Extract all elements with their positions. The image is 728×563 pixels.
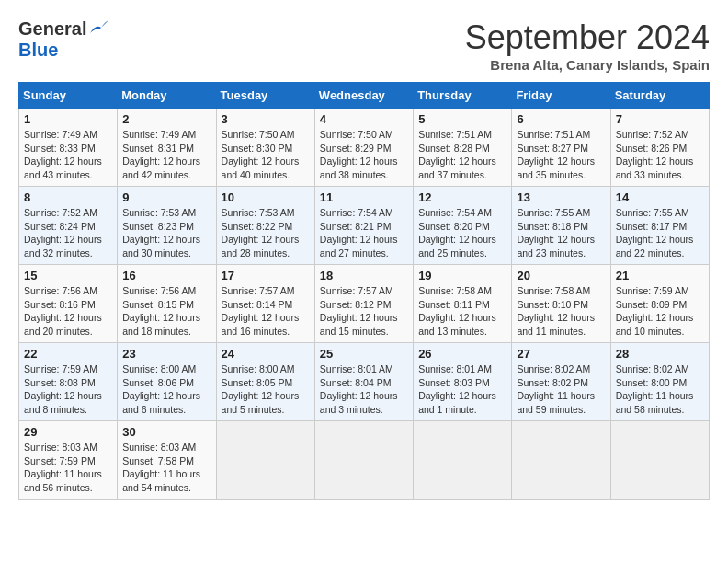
weekday-header-row: SundayMondayTuesdayWednesdayThursdayFrid… [19,83,710,109]
day-info: Sunrise: 7:56 AM Sunset: 8:15 PM Dayligh… [122,284,210,339]
day-number: 7 [616,112,704,126]
day-info: Sunrise: 7:50 AM Sunset: 8:29 PM Dayligh… [320,128,408,182]
calendar-cell: 26Sunrise: 8:01 AM Sunset: 8:03 PM Dayli… [414,343,512,421]
weekday-header-friday: Friday [512,83,610,109]
calendar-cell [512,421,610,500]
day-info: Sunrise: 7:49 AM Sunset: 8:33 PM Dayligh… [24,128,112,182]
day-info: Sunrise: 8:03 AM Sunset: 7:59 PM Dayligh… [24,441,112,495]
day-info: Sunrise: 8:02 AM Sunset: 8:02 PM Dayligh… [517,362,605,417]
day-number: 15 [24,269,112,282]
day-info: Sunrise: 7:54 AM Sunset: 8:21 PM Dayligh… [320,206,408,260]
calendar-cell [414,421,512,500]
day-info: Sunrise: 7:53 AM Sunset: 8:23 PM Dayligh… [122,206,210,260]
calendar-cell: 7Sunrise: 7:52 AM Sunset: 8:26 PM Daylig… [610,109,709,187]
calendar-week-1: 1Sunrise: 7:49 AM Sunset: 8:33 PM Daylig… [19,109,710,187]
day-number: 8 [24,190,112,204]
calendar-cell [216,421,314,500]
logo-blue: Blue [18,40,58,60]
day-number: 17 [222,269,310,282]
calendar-cell: 3Sunrise: 7:50 AM Sunset: 8:30 PM Daylig… [216,109,314,187]
weekday-header-thursday: Thursday [414,83,512,109]
day-number: 11 [320,190,408,204]
calendar-cell: 27Sunrise: 8:02 AM Sunset: 8:02 PM Dayli… [512,343,610,421]
day-info: Sunrise: 7:50 AM Sunset: 8:30 PM Dayligh… [222,128,310,182]
calendar-cell: 23Sunrise: 8:00 AM Sunset: 8:06 PM Dayli… [118,343,216,421]
day-info: Sunrise: 8:01 AM Sunset: 8:04 PM Dayligh… [320,362,408,417]
day-info: Sunrise: 7:54 AM Sunset: 8:20 PM Dayligh… [418,206,506,260]
calendar-cell: 24Sunrise: 8:00 AM Sunset: 8:05 PM Dayli… [216,343,314,421]
day-number: 1 [24,112,112,126]
calendar-cell: 8Sunrise: 7:52 AM Sunset: 8:24 PM Daylig… [19,187,118,265]
day-number: 14 [616,190,704,204]
calendar-cell: 5Sunrise: 7:51 AM Sunset: 8:28 PM Daylig… [414,109,512,187]
month-title: September 2024 [465,18,710,57]
day-number: 23 [122,347,210,361]
calendar-cell [314,421,413,500]
day-info: Sunrise: 7:51 AM Sunset: 8:27 PM Dayligh… [517,128,605,182]
weekday-header-sunday: Sunday [19,83,118,109]
calendar-cell: 6Sunrise: 7:51 AM Sunset: 8:27 PM Daylig… [512,109,610,187]
day-info: Sunrise: 7:55 AM Sunset: 8:18 PM Dayligh… [517,206,605,260]
calendar-cell: 4Sunrise: 7:50 AM Sunset: 8:29 PM Daylig… [314,109,413,187]
calendar-week-2: 8Sunrise: 7:52 AM Sunset: 8:24 PM Daylig… [19,187,710,265]
day-info: Sunrise: 7:52 AM Sunset: 8:24 PM Dayligh… [24,206,112,260]
calendar-table: SundayMondayTuesdayWednesdayThursdayFrid… [18,82,710,500]
day-number: 22 [24,347,112,361]
day-info: Sunrise: 7:57 AM Sunset: 8:14 PM Dayligh… [222,284,310,339]
calendar-cell: 18Sunrise: 7:57 AM Sunset: 8:12 PM Dayli… [314,265,413,343]
logo-general: General [18,18,86,40]
day-number: 27 [517,347,605,361]
calendar-week-3: 15Sunrise: 7:56 AM Sunset: 8:16 PM Dayli… [19,265,710,343]
day-number: 18 [320,269,408,282]
calendar-cell: 1Sunrise: 7:49 AM Sunset: 8:33 PM Daylig… [19,109,118,187]
calendar-cell: 14Sunrise: 7:55 AM Sunset: 8:17 PM Dayli… [610,187,709,265]
day-number: 6 [517,112,605,126]
day-number: 26 [418,347,506,361]
calendar-header: SundayMondayTuesdayWednesdayThursdayFrid… [19,83,710,109]
calendar-cell: 2Sunrise: 7:49 AM Sunset: 8:31 PM Daylig… [118,109,216,187]
weekday-header-saturday: Saturday [610,83,709,109]
location-subtitle: Brena Alta, Canary Islands, Spain [465,57,710,73]
day-number: 20 [517,269,605,282]
day-info: Sunrise: 7:52 AM Sunset: 8:26 PM Dayligh… [616,128,704,182]
day-number: 13 [517,190,605,204]
day-info: Sunrise: 7:55 AM Sunset: 8:17 PM Dayligh… [616,206,704,260]
day-info: Sunrise: 7:56 AM Sunset: 8:16 PM Dayligh… [24,284,112,339]
calendar-cell: 19Sunrise: 7:58 AM Sunset: 8:11 PM Dayli… [414,265,512,343]
calendar-week-4: 22Sunrise: 7:59 AM Sunset: 8:08 PM Dayli… [19,343,710,421]
day-number: 9 [122,190,210,204]
day-number: 28 [616,347,704,361]
day-info: Sunrise: 8:00 AM Sunset: 8:06 PM Dayligh… [122,362,210,417]
day-number: 5 [418,112,506,126]
day-info: Sunrise: 7:59 AM Sunset: 8:08 PM Dayligh… [24,362,112,417]
weekday-header-monday: Monday [118,83,216,109]
calendar-cell: 11Sunrise: 7:54 AM Sunset: 8:21 PM Dayli… [314,187,413,265]
logo: General Blue [18,18,108,61]
day-number: 2 [122,112,210,126]
calendar-cell: 30Sunrise: 8:03 AM Sunset: 7:58 PM Dayli… [118,421,216,500]
day-info: Sunrise: 7:59 AM Sunset: 8:09 PM Dayligh… [616,284,704,339]
calendar-week-5: 29Sunrise: 8:03 AM Sunset: 7:59 PM Dayli… [19,421,710,500]
calendar-cell: 20Sunrise: 7:58 AM Sunset: 8:10 PM Dayli… [512,265,610,343]
day-number: 21 [616,269,704,282]
day-number: 19 [418,269,506,282]
calendar-cell: 21Sunrise: 7:59 AM Sunset: 8:09 PM Dayli… [610,265,709,343]
weekday-header-wednesday: Wednesday [314,83,413,109]
calendar-cell: 15Sunrise: 7:56 AM Sunset: 8:16 PM Dayli… [19,265,118,343]
day-info: Sunrise: 7:58 AM Sunset: 8:10 PM Dayligh… [517,284,605,339]
calendar-cell: 25Sunrise: 8:01 AM Sunset: 8:04 PM Dayli… [314,343,413,421]
calendar-cell: 10Sunrise: 7:53 AM Sunset: 8:22 PM Dayli… [216,187,314,265]
calendar-cell: 9Sunrise: 7:53 AM Sunset: 8:23 PM Daylig… [118,187,216,265]
day-info: Sunrise: 8:00 AM Sunset: 8:05 PM Dayligh… [222,362,310,417]
title-block: September 2024 Brena Alta, Canary Island… [465,18,710,73]
calendar-cell: 13Sunrise: 7:55 AM Sunset: 8:18 PM Dayli… [512,187,610,265]
day-info: Sunrise: 7:57 AM Sunset: 8:12 PM Dayligh… [320,284,408,339]
day-number: 10 [222,190,310,204]
day-info: Sunrise: 8:03 AM Sunset: 7:58 PM Dayligh… [122,441,210,495]
day-info: Sunrise: 7:58 AM Sunset: 8:11 PM Dayligh… [418,284,506,339]
day-number: 4 [320,112,408,126]
calendar-cell: 16Sunrise: 7:56 AM Sunset: 8:15 PM Dayli… [118,265,216,343]
calendar-cell: 29Sunrise: 8:03 AM Sunset: 7:59 PM Dayli… [19,421,118,500]
day-number: 29 [24,425,112,439]
weekday-header-tuesday: Tuesday [216,83,314,109]
